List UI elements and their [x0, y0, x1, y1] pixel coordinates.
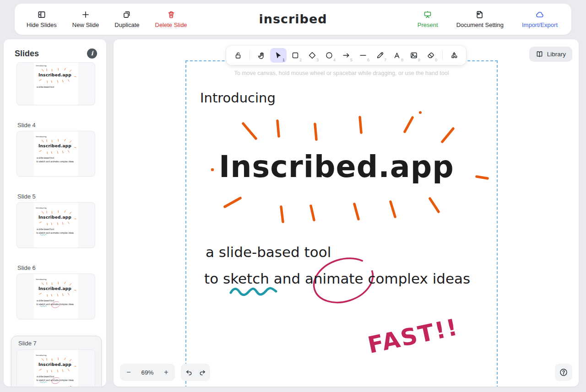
- cursor-icon[interactable]: 1: [270, 48, 287, 63]
- text-icon[interactable]: 8: [389, 48, 405, 63]
- intro-text[interactable]: Introducing: [36, 354, 46, 356]
- tool-number: 6: [367, 58, 369, 62]
- slide-thumbnail-partial[interactable]: Introducing Inscribed.app a slide-based …: [16, 62, 95, 105]
- slides-list[interactable]: Introducing Inscribed.app a slide-based …: [4, 61, 106, 387]
- ellipse-icon[interactable]: 4: [321, 48, 337, 63]
- tool-number: 0: [435, 58, 437, 62]
- present-button[interactable]: Present: [418, 10, 438, 28]
- info-icon[interactable]: i: [87, 48, 97, 59]
- subtitle-line1[interactable]: a slide-based tool: [37, 157, 54, 159]
- zoom-in-button[interactable]: +: [159, 365, 173, 379]
- help-button[interactable]: [555, 364, 572, 381]
- slide-label: Slide 6: [17, 264, 95, 271]
- tool-number: 9: [418, 58, 420, 62]
- import-export-button[interactable]: Import/Export: [522, 10, 558, 28]
- arrow-icon[interactable]: 5: [338, 48, 354, 63]
- intro-text[interactable]: Introducing: [36, 278, 46, 280]
- intro-text[interactable]: Introducing: [36, 64, 46, 67]
- subtitle-line1[interactable]: a slide-based tool: [37, 376, 54, 378]
- duplicate-button[interactable]: Duplicate: [114, 10, 139, 28]
- eraser-icon[interactable]: 0: [423, 48, 439, 63]
- book-icon: [536, 50, 543, 58]
- zoom-out-button[interactable]: −: [122, 365, 136, 379]
- pencil-icon[interactable]: 7: [372, 48, 388, 63]
- app-logo: inscribed: [259, 12, 327, 26]
- diamond-icon[interactable]: 3: [304, 48, 320, 63]
- thumbnail-canvas: Introducing Inscribed.app a slide-based …: [34, 63, 78, 105]
- intro-text[interactable]: Introducing: [36, 207, 46, 209]
- slide-label: Slide 4: [17, 122, 95, 129]
- intro-text[interactable]: Introducing: [36, 135, 46, 138]
- zoom-level[interactable]: 69%: [136, 369, 159, 376]
- history-controls: [181, 364, 210, 381]
- decorative-strokes[interactable]: [34, 62, 77, 105]
- subtitle-line1[interactable]: a slide-based tool: [206, 244, 331, 260]
- zoom-controls: − 69% +: [120, 364, 175, 381]
- selected-slide-card[interactable]: Slide 7: [11, 336, 102, 387]
- document-setting-label: Document Setting: [456, 21, 504, 28]
- image-icon[interactable]: 9: [406, 48, 422, 63]
- thumbnail-canvas: Introducing Inscribed.app a slide-based …: [34, 350, 78, 387]
- subtitle-line1[interactable]: a slide-based tool: [37, 300, 54, 302]
- slide-drawing[interactable]: Introducing Inscribed.app a slide-based …: [34, 62, 77, 105]
- slide-drawing[interactable]: Introducing Inscribed.app a slide-based …: [186, 61, 499, 387]
- title-text[interactable]: Inscribed.app: [219, 150, 454, 184]
- undo-icon[interactable]: [182, 365, 195, 379]
- intro-text[interactable]: Introducing: [200, 90, 276, 106]
- teal-squiggle-underline: [40, 234, 47, 235]
- teal-squiggle-underline: [231, 288, 276, 295]
- thumbnail-canvas: Introducing Inscribed.app a slide-based …: [34, 203, 78, 247]
- title-text[interactable]: Inscribed.app: [38, 286, 71, 291]
- title-text[interactable]: Inscribed.app: [38, 362, 71, 367]
- redo-icon[interactable]: [195, 365, 209, 379]
- tool-number: 2: [299, 58, 302, 62]
- subtitle-line2[interactable]: to sketch and animate complex ideas: [37, 161, 74, 163]
- subtitle-line2[interactable]: to sketch and animate complex ideas: [37, 303, 74, 306]
- hide-slides-button[interactable]: Hide Slides: [27, 10, 57, 28]
- library-button[interactable]: Library: [529, 47, 572, 62]
- canvas-panel: To move canvas, hold mouse wheel or spac…: [114, 39, 579, 387]
- lock-open-icon[interactable]: [230, 48, 246, 63]
- slide-frame[interactable]: To move canvas, hold mouse wheel or spac…: [185, 60, 498, 387]
- canvas-drawing-layer[interactable]: Introducing Inscribed.app a slide-based …: [186, 61, 497, 387]
- tool-number: 7: [384, 58, 386, 62]
- title-text[interactable]: Inscribed.app: [38, 144, 71, 149]
- slide-drawing[interactable]: Introducing Inscribed.app a slide-based …: [34, 131, 77, 177]
- slide-label: Slide 5: [17, 193, 95, 200]
- decorative-strokes[interactable]: [34, 203, 77, 248]
- subtitle-line2[interactable]: to sketch and animate complex ideas: [204, 270, 470, 287]
- decorative-strokes[interactable]: [34, 274, 77, 319]
- subtitle-line2[interactable]: to sketch and animate complex ideas: [37, 379, 74, 381]
- tool-number: 1: [282, 58, 285, 62]
- rectangle-icon[interactable]: 2: [287, 48, 304, 63]
- duplicate-icon: [122, 10, 131, 19]
- slide-drawing[interactable]: Introducing Inscribed.app a slide-based …: [34, 274, 77, 319]
- line-icon[interactable]: 6: [355, 48, 371, 63]
- slide-drawing[interactable]: Introducing Inscribed.app a slide-based …: [34, 350, 77, 387]
- import-export-label: Import/Export: [522, 21, 558, 28]
- tool-number: 3: [316, 58, 319, 62]
- decorative-strokes[interactable]: [34, 131, 77, 177]
- subtitle-line2[interactable]: to sketch and animate complex ideas: [37, 232, 74, 234]
- hand-icon[interactable]: [253, 48, 270, 63]
- slide-label: Slide 7: [18, 340, 96, 347]
- title-text[interactable]: Inscribed.app: [38, 215, 71, 220]
- subtitle-line1[interactable]: a slide-based tool: [37, 228, 54, 231]
- slide-thumbnail-6[interactable]: Introducing Inscribed.app a slide-based …: [16, 274, 95, 319]
- app-header: Hide Slides New Slide Duplicate: [15, 4, 571, 35]
- tool-number: 8: [401, 58, 403, 62]
- slides-sidebar: Slides i: [4, 39, 106, 387]
- thumbnail-canvas: Introducing Inscribed.app a slide-based …: [34, 274, 78, 319]
- new-slide-button[interactable]: New Slide: [72, 10, 99, 28]
- delete-slide-button[interactable]: Delete Slide: [155, 10, 187, 28]
- hide-slides-icon: [37, 10, 46, 19]
- shapes-icon[interactable]: [446, 48, 462, 63]
- slide-thumbnail-5[interactable]: Introducing Inscribed.app a slide-based …: [16, 202, 95, 248]
- document-setting-button[interactable]: Document Setting: [456, 10, 504, 28]
- slide-thumbnail-4[interactable]: Introducing Inscribed.app a slide-based …: [16, 131, 95, 177]
- presentation-icon: [423, 10, 432, 19]
- title-text[interactable]: Inscribed.app: [38, 73, 71, 78]
- slide-drawing[interactable]: Introducing Inscribed.app a slide-based …: [34, 203, 77, 248]
- subtitle-line1[interactable]: a slide-based tool: [37, 86, 54, 88]
- slide-thumbnail-7[interactable]: Introducing Inscribed.app a slide-based …: [16, 349, 95, 387]
